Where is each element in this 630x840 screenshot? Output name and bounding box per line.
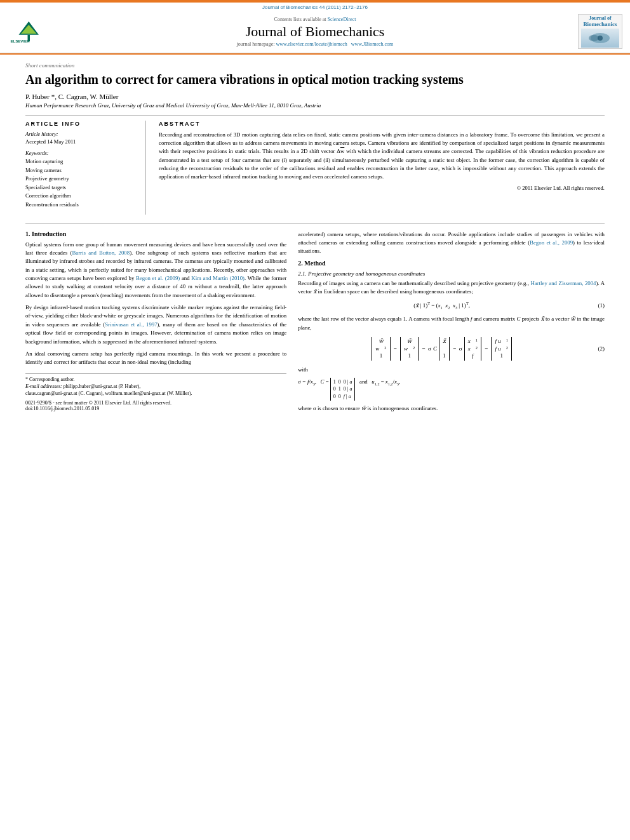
equation-2: w̃ w2 1 = w̃ w2 1 = σC x̃ [298, 337, 605, 361]
section1-para3: An ideal comoving camera setup has perfe… [25, 350, 286, 367]
eq1-number: (1) [586, 302, 605, 309]
footnote-area: * Corresponding author. E-mail addresses… [25, 373, 286, 396]
keyword-1: Motion capturing [25, 157, 138, 166]
keyword-6: Reconstruction residuals [25, 201, 138, 210]
svg-point-7 [598, 36, 603, 41]
body-columns: 1. Introduction Optical systems form one… [25, 223, 605, 417]
abstract-text: Recording and reconstruction of 3D motio… [159, 131, 605, 181]
section2-para4: where σ is chosen to ensure w̃ is in hom… [298, 404, 605, 413]
issn-line: 0021-9290/$ - see front matter © 2011 El… [25, 400, 286, 406]
ref-hartley[interactable]: Hartley and Zisserman, 2004 [530, 280, 596, 286]
equation-1: (x̃ | 1)T = (x1 x2 x3 | 1)T, (1) [298, 301, 605, 310]
section2-subheading: 2.1. Projective geometry and homogeneous… [298, 270, 605, 277]
keyword-5: Correction algorithm [25, 192, 138, 201]
section1-para1: Optical systems form one group of human … [25, 241, 286, 300]
doi-area: 0021-9290/$ - see front matter © 2011 El… [25, 400, 286, 411]
homepage-url2[interactable]: www.JBiomech.com [351, 41, 394, 47]
elsevier-logo: ELSEVIER [8, 19, 58, 44]
keywords-label: Keywords: [25, 150, 138, 156]
copyright-line: © 2011 Elsevier Ltd. All rights reserved… [159, 185, 605, 191]
keyword-2: Moving cameras [25, 166, 138, 175]
ref-kim[interactable]: Kim and Martin (2010) [191, 275, 245, 281]
eq2-number: (2) [586, 345, 605, 352]
footnote-corresponding: * Corresponding author. [25, 377, 286, 382]
footnote-email2: claus.cagran@uni-graz.at (C. Cagran), wo… [25, 390, 286, 396]
keyword-3: Projective geometry [25, 175, 138, 183]
abstract-section: ABSTRACT Recording and reconstruction of… [159, 121, 605, 215]
sciencedirect-link[interactable]: ScienceDirect [328, 17, 356, 22]
ref-begon2[interactable]: Begon et al., 2009 [530, 239, 573, 246]
biomechanics-icon: Journal of Biomechanics [578, 14, 622, 49]
section1-heading: 1. Introduction [25, 230, 286, 237]
history-label: Article history: [25, 131, 138, 137]
right-para1: accelerated) camera setups, where rotati… [298, 230, 605, 256]
eq2-content: w̃ w2 1 = w̃ w2 1 = σC x̃ [298, 337, 586, 361]
contents-line: Contents lists available at ScienceDirec… [58, 17, 572, 22]
left-column: 1. Introduction Optical systems form one… [25, 230, 286, 417]
section2-para1: Recording of images using a camera can b… [298, 279, 605, 297]
ref-srinivasan[interactable]: Srinivasan et al., 1997 [105, 321, 157, 328]
section2-para2: where the last row of the vector always … [298, 315, 605, 332]
keyword-4: Specialized targets [25, 183, 138, 192]
keywords-section: Keywords: Motion capturing Moving camera… [25, 150, 138, 210]
section2-heading-text: 2. Method [298, 260, 325, 267]
abstract-heading: ABSTRACT [159, 121, 605, 127]
history-section: Article history: Accepted 14 May 2011 [25, 131, 138, 145]
citation-text: Journal of Biomechanics 44 (2011) 2172–2… [262, 4, 368, 10]
svg-text:ELSEVIER: ELSEVIER [10, 39, 30, 43]
svg-point-6 [589, 35, 599, 41]
article-title: An algorithm to correct for camera vibra… [25, 71, 605, 88]
homepage-label: journal homepage: [237, 41, 275, 47]
citation-bar: Journal of Biomechanics 44 (2011) 2172–2… [0, 3, 630, 10]
section2-heading: 2. Method [298, 260, 605, 267]
section2-para3: with [298, 366, 605, 374]
article-info-column: ARTICLE INFO Article history: Accepted 1… [25, 121, 146, 215]
ref-barris[interactable]: Barris and Button, 2008 [72, 250, 130, 256]
right-column: accelerated) camera setups, where rotati… [298, 230, 605, 417]
journal-logo-right: Journal of Biomechanics [572, 14, 622, 49]
main-content: Short communication An algorithm to corr… [0, 55, 630, 429]
section2-defs: σ = f/x3, C = 1 0 0 | a 0 1 0 | a 0 0 f … [298, 378, 605, 401]
journal-header: ELSEVIER Contents lists available at Sci… [0, 10, 630, 53]
section1-para2: By design infrared-based motion tracking… [25, 303, 286, 346]
journal-homepage: journal homepage: www.elsevier.com/locat… [58, 41, 572, 47]
affiliation: Human Performance Research Graz, Univers… [25, 102, 605, 109]
keywords-list: Motion capturing Moving cameras Projecti… [25, 157, 138, 210]
homepage-url1[interactable]: www.elsevier.com/locate/jbiomech [276, 41, 347, 47]
footnote-email1: E-mail addresses: philipp.huber@uni-graz… [25, 383, 286, 389]
eq1-content: (x̃ | 1)T = (x1 x2 x3 | 1)T, [298, 301, 586, 310]
journal-title: Journal of Biomechanics [58, 23, 572, 40]
section-label: Short communication [25, 62, 605, 69]
article-info-heading: ARTICLE INFO [25, 121, 138, 127]
elsevier-logo-svg: ELSEVIER [8, 19, 52, 44]
article-meta: ARTICLE INFO Article history: Accepted 1… [25, 115, 605, 215]
authors: P. Huber *, C. Cagran, W. Müller [25, 93, 605, 100]
journal-header-center: Contents lists available at ScienceDirec… [58, 17, 572, 47]
accepted-date: Accepted 14 May 2011 [25, 138, 138, 145]
ref-begon[interactable]: Begon et al. (2009) [136, 275, 180, 281]
section1-heading-text: 1. Introduction [25, 230, 66, 237]
doi-line: doi:10.1016/j.jbiomech.2011.05.019 [25, 406, 286, 411]
